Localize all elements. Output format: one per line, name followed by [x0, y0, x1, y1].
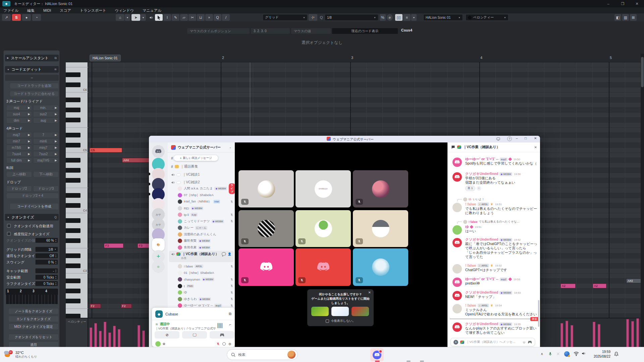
menu-item-0[interactable]: ファイル	[3, 8, 18, 13]
voice-member[interactable]: ゆきらわ◆WEBM	[178, 296, 233, 302]
discord-maximize-icon[interactable]: □	[525, 136, 527, 140]
quantize-button-2[interactable]: MIDI クオンタイズを固定	[8, 323, 59, 330]
chord-button-full dim[interactable]: full dim▶	[6, 158, 32, 163]
add-chord-track-button[interactable]: コードトラックを追加	[10, 83, 59, 89]
clock-widget[interactable]: 19:592025/08/22	[589, 350, 610, 359]
midi-note-F2[interactable]: F2	[121, 304, 132, 308]
voice-member[interactable]: こってりドーナツ◆WEBM	[178, 218, 233, 225]
discord-close-icon[interactable]: ✕	[534, 136, 537, 140]
video-tile[interactable]	[353, 248, 408, 286]
mic-muted-icon[interactable]	[216, 342, 220, 346]
quantize-row-value-3[interactable]: 0 %▴▾	[35, 259, 58, 265]
autoscroll-settings-arrow[interactable]: ▼	[125, 14, 130, 21]
minimize-button[interactable]: –	[601, 0, 615, 7]
quantize-row-value-0[interactable]: 60 %▴▾	[35, 238, 58, 243]
draw-tool-button[interactable]: ✎	[172, 14, 179, 21]
section-quantize[interactable]: ▼クオンタイズQ	[5, 214, 59, 221]
chord-button-min6[interactable]: min6▶	[33, 138, 59, 144]
window-zones-icon[interactable]: ▥	[622, 14, 629, 21]
swing-toggle[interactable]: %	[380, 14, 386, 21]
mute-tool-button[interactable]: ×	[205, 14, 213, 21]
move-up-button[interactable]: 上へ移動	[6, 171, 32, 177]
part-list-arrow[interactable]: ▼	[411, 14, 417, 21]
trim-tool-button[interactable]: I	[163, 14, 171, 21]
message-avatar[interactable]	[452, 278, 462, 287]
chord-button-min.[interactable]: min.▶	[33, 105, 59, 111]
discord-minimize-icon[interactable]: –	[516, 136, 518, 140]
search-box[interactable]: 検索	[227, 349, 298, 360]
piano-keyboard[interactable]: C6C5C4C3	[66, 62, 88, 318]
create-chord-event-button[interactable]: コードイベントを作成	[10, 203, 59, 210]
black-key[interactable]	[66, 133, 80, 137]
message-avatar[interactable]	[452, 172, 462, 182]
black-key[interactable]	[66, 279, 80, 283]
black-key[interactable]	[66, 168, 80, 173]
menu-item-5[interactable]: ウィンドウ	[115, 8, 134, 13]
black-key[interactable]	[66, 253, 80, 258]
drop2-button[interactable]: ドロップ2	[6, 186, 32, 192]
chat-close-icon[interactable]: ✕	[534, 145, 537, 149]
chat-scrollbar[interactable]	[538, 300, 539, 327]
black-key[interactable]	[66, 178, 80, 183]
attach-plus-icon[interactable]: +	[453, 340, 458, 345]
discord-taskbar-icon[interactable]	[370, 348, 384, 361]
autoscroll-arrow[interactable]: ▼	[141, 14, 146, 21]
feedback-speaker-icon[interactable]	[148, 14, 154, 21]
video-tile[interactable]	[238, 170, 294, 207]
message-avatar[interactable]	[452, 238, 462, 247]
nudge-buttons[interactable]: -|+	[309, 14, 317, 21]
reply-reference[interactable]: ゆいいよ！	[457, 197, 536, 201]
black-key[interactable]	[66, 158, 80, 163]
chord-button-7sus4[interactable]: 7sus4▶	[6, 151, 32, 157]
active-server-icon[interactable]: 🎨	[152, 238, 165, 251]
gift-activity-icon[interactable]: 🎮	[528, 340, 532, 344]
object-selection-tool-button[interactable]	[155, 14, 163, 21]
voice-member[interactable]: chasyumen◆WEBM	[178, 276, 233, 283]
tray-microphone-icon[interactable]	[548, 351, 552, 357]
black-key[interactable]	[66, 238, 80, 243]
midi-note-F2[interactable]: F2	[90, 304, 101, 308]
black-key[interactable]	[66, 289, 80, 293]
message-avatar[interactable]	[452, 158, 462, 167]
voice-member[interactable]: 人間 a.k.a. カニたま◆WEBMライブ	[178, 185, 233, 192]
camera-off-button[interactable]: ⊘	[155, 331, 179, 339]
black-key[interactable]	[66, 203, 80, 208]
disconnect-icon[interactable]: ⌐	[229, 322, 231, 326]
quantize-row-value-4[interactable]: -▴▾	[35, 268, 58, 274]
chord-button-sus4[interactable]: sus4▶	[6, 111, 32, 117]
iq-checkbox[interactable]	[7, 232, 11, 236]
midi-note-C5[interactable]: C5	[90, 148, 122, 153]
reply-reference[interactable]: ! falweでも私は教えるのへたくそな…	[457, 220, 536, 224]
text-channel-1[interactable]: #｜通話募集	[169, 163, 233, 170]
chord-button-min7[interactable]: min7▶	[6, 138, 32, 144]
drop3-button[interactable]: ドロップ3	[33, 186, 59, 192]
midi-note-F3[interactable]: F3	[104, 243, 123, 248]
voice-member[interactable]: REI◆WEBM	[178, 205, 233, 212]
video-tile[interactable]	[353, 210, 408, 247]
glue-tool-button[interactable]: ⊔	[197, 14, 205, 21]
black-key[interactable]	[66, 82, 80, 87]
zoom-tool-button[interactable]: Q	[214, 14, 221, 21]
chord-button-dim[interactable]: dim▶	[6, 118, 32, 123]
chord-button-maj7/#5[interactable]: maj7/#5▶	[33, 158, 59, 163]
stream-icon[interactable]: ⧉	[229, 312, 231, 316]
video-tile[interactable]: SHABELEA	[296, 170, 351, 207]
message-input[interactable]: +｜VC作業（雑談あり）へメッセ…☺🎮	[450, 338, 535, 346]
menu-item-6[interactable]: マニュアル	[143, 8, 161, 13]
voice-member[interactable]: 07［Ishp］ShabeleA	[178, 192, 233, 198]
quantize-button-3[interactable]: クオンタイズをリセット	[8, 334, 59, 340]
chord-button-maj7[interactable]: maj7▶	[6, 132, 32, 138]
iterative-quantize-toggle[interactable]: e	[387, 14, 393, 21]
server-header[interactable]: ウェブマニア公式サーバー⌄	[168, 142, 235, 153]
chord-button-7sus2[interactable]: 7sus2▶	[33, 151, 59, 157]
black-key[interactable]	[66, 108, 80, 112]
chord-button-7[interactable]: 7▶	[33, 132, 59, 138]
black-key[interactable]	[66, 299, 80, 303]
drop2-4-button[interactable]: ドロップ2 + 4	[6, 193, 59, 199]
voice-channel-0[interactable]: ｜VC雑談1	[169, 171, 233, 178]
section-scale-assistant[interactable]: ▶スケールアシスタント⧉	[5, 55, 59, 61]
chord-button-minj7[interactable]: minj7▶	[33, 145, 59, 150]
voice-member[interactable]: ゆ	[178, 289, 233, 296]
line-tool-button[interactable]: /	[222, 14, 230, 21]
chord-button-maj[interactable]: maj▶	[6, 105, 32, 111]
